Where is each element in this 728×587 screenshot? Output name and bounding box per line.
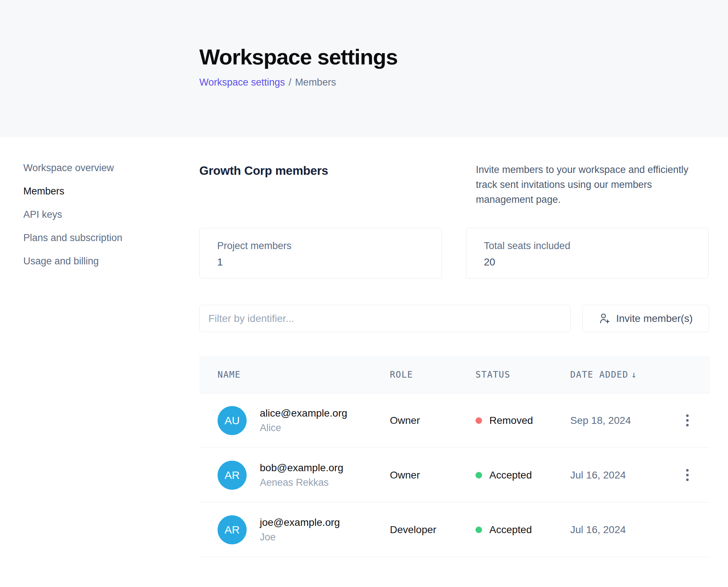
avatar: AR: [218, 515, 247, 544]
sidebar-item-plans-and-subscription[interactable]: Plans and subscription: [23, 233, 199, 243]
member-role: Owner: [390, 469, 475, 481]
member-status: Accepted: [475, 469, 570, 481]
member-status: Removed: [475, 415, 570, 426]
stat-value: 1: [217, 256, 442, 268]
date-added: Sep 18, 2024: [570, 415, 683, 426]
members-intro: Growth Corp members Invite members to yo…: [199, 164, 709, 207]
status-label: Removed: [489, 415, 533, 426]
user-plus-icon: [599, 312, 611, 325]
stat-label: Project members: [217, 240, 442, 252]
section-heading: Growth Corp members: [199, 164, 328, 178]
member-name: Joe: [260, 532, 340, 543]
section-description: Invite members to your workspace and eff…: [476, 162, 709, 207]
filter-row: Invite member(s): [199, 305, 709, 332]
status-dot: [475, 417, 482, 424]
row-menu-button[interactable]: [683, 466, 692, 484]
members-main: Growth Corp members Invite members to yo…: [199, 137, 709, 557]
breadcrumb-current: Members: [295, 77, 336, 88]
breadcrumb: Workspace settings / Members: [199, 77, 728, 88]
member-cell: AU alice@example.org Alice: [218, 406, 390, 435]
breadcrumb-link-workspace-settings[interactable]: Workspace settings: [199, 77, 285, 88]
page-header: Workspace settings Workspace settings / …: [0, 0, 728, 137]
member-status: Accepted: [475, 524, 570, 536]
row-menu-button[interactable]: [683, 411, 692, 429]
stat-card-total-seats: Total seats included 20: [466, 228, 709, 279]
date-added: Jul 16, 2024: [570, 469, 683, 481]
breadcrumb-separator: /: [289, 77, 291, 88]
sidebar-item-workspace-overview[interactable]: Workspace overview: [23, 163, 199, 173]
date-added: Jul 16, 2024: [570, 524, 683, 536]
stat-value: 20: [484, 256, 708, 268]
sidebar-item-usage-and-billing[interactable]: Usage and billing: [23, 256, 199, 266]
table-row: AU alice@example.org Alice Owner Removed…: [199, 393, 710, 448]
member-name: Aeneas Rekkas: [260, 477, 343, 488]
column-header-role: ROLE: [390, 370, 475, 380]
invite-members-button[interactable]: Invite member(s): [582, 305, 709, 332]
column-header-date-added[interactable]: DATE ADDED↓: [570, 370, 683, 380]
table-row: AR joe@example.org Joe Developer Accepte…: [199, 503, 710, 557]
stat-card-project-members: Project members 1: [199, 228, 442, 279]
sidebar-item-api-keys[interactable]: API keys: [23, 209, 199, 220]
member-email: bob@example.org: [260, 462, 343, 474]
filter-input[interactable]: [199, 305, 571, 332]
stat-label: Total seats included: [484, 240, 708, 252]
settings-sidebar: Workspace overview Members API keys Plan…: [0, 137, 199, 557]
invite-members-label: Invite member(s): [616, 313, 693, 324]
avatar: AU: [218, 406, 247, 435]
member-name: Alice: [260, 422, 347, 434]
sidebar-item-members[interactable]: Members: [23, 186, 199, 196]
member-cell: AR bob@example.org Aeneas Rekkas: [218, 461, 390, 490]
avatar: AR: [218, 461, 247, 490]
page-title: Workspace settings: [199, 44, 728, 70]
table-header-row: NAME ROLE STATUS DATE ADDED↓: [199, 356, 710, 393]
status-dot: [475, 472, 482, 478]
column-header-name: NAME: [218, 370, 390, 380]
column-header-status: STATUS: [475, 370, 570, 380]
kebab-icon: [686, 469, 689, 472]
members-table: NAME ROLE STATUS DATE ADDED↓ AU alice@ex…: [199, 356, 710, 557]
table-row: AR bob@example.org Aeneas Rekkas Owner A…: [199, 448, 710, 503]
status-dot: [475, 527, 482, 533]
member-role: Owner: [390, 415, 475, 426]
member-role: Developer: [390, 524, 475, 536]
status-label: Accepted: [489, 524, 532, 536]
kebab-icon: [686, 414, 689, 417]
column-header-label: DATE ADDED: [570, 370, 629, 380]
sort-descending-icon: ↓: [631, 370, 637, 380]
stats-row: Project members 1 Total seats included 2…: [199, 228, 709, 279]
member-email: joe@example.org: [260, 517, 340, 528]
member-email: alice@example.org: [260, 407, 347, 419]
status-label: Accepted: [489, 469, 532, 481]
member-cell: AR joe@example.org Joe: [218, 515, 390, 544]
